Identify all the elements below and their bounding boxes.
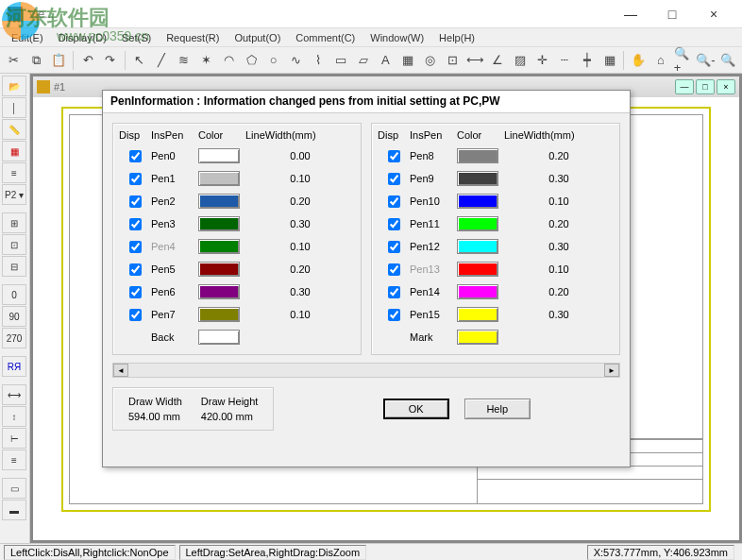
tool-zoomout-icon[interactable]: 🔍- bbox=[696, 50, 717, 71]
pen-disp-checkbox[interactable] bbox=[388, 263, 400, 276]
pen-color-swatch[interactable] bbox=[457, 262, 498, 277]
menu-edit[interactable]: Edit(E) bbox=[4, 30, 51, 45]
pen-color-swatch[interactable] bbox=[457, 216, 498, 231]
tool-b2-icon[interactable]: ▬ bbox=[2, 500, 26, 520]
pen-color-swatch[interactable] bbox=[198, 284, 240, 299]
pen-disp-checkbox[interactable] bbox=[388, 218, 400, 230]
help-button[interactable]: Help bbox=[464, 399, 531, 419]
tool-b1-icon[interactable]: ▭ bbox=[2, 478, 26, 499]
doc-minimize-button[interactable]: — bbox=[675, 79, 694, 94]
pen-disp-checkbox[interactable] bbox=[129, 286, 142, 298]
menu-output[interactable]: Output(O) bbox=[227, 30, 288, 45]
pen-disp-checkbox[interactable] bbox=[129, 173, 142, 185]
tool-target-icon[interactable]: ◎ bbox=[420, 50, 441, 71]
tool-dim3-icon[interactable]: ⊢ bbox=[2, 428, 26, 449]
pen-color-swatch[interactable] bbox=[198, 148, 240, 163]
ok-button[interactable]: OK bbox=[383, 399, 449, 419]
rotate-0[interactable]: 0 bbox=[2, 284, 26, 305]
tool-rect-icon[interactable]: ▭ bbox=[330, 50, 351, 71]
pen-disp-checkbox[interactable] bbox=[129, 218, 142, 230]
scroll-left-icon[interactable]: ◄ bbox=[113, 364, 128, 377]
tool-curve-icon[interactable]: ∿ bbox=[286, 50, 307, 71]
tool-text-icon[interactable]: A bbox=[375, 50, 396, 71]
tool-angle-icon[interactable]: ∠ bbox=[487, 50, 508, 71]
pen-color-swatch[interactable] bbox=[457, 194, 498, 209]
pen-color-swatch[interactable] bbox=[457, 284, 498, 299]
minimize-button[interactable]: — bbox=[610, 1, 651, 27]
close-button[interactable]: × bbox=[693, 1, 734, 27]
tool-snap1-icon[interactable]: ⊞ bbox=[2, 212, 26, 233]
tool-hand-icon[interactable]: ✋ bbox=[628, 50, 649, 71]
menu-comment[interactable]: Comment(C) bbox=[288, 30, 363, 45]
tool-parallel-icon[interactable]: ▱ bbox=[353, 50, 374, 71]
mirror-button[interactable]: RЯ bbox=[2, 356, 26, 377]
tool-star-icon[interactable]: ✶ bbox=[196, 50, 217, 71]
maximize-button[interactable]: □ bbox=[651, 1, 693, 27]
pen-color-swatch[interactable] bbox=[198, 216, 240, 231]
menu-request[interactable]: Request(R) bbox=[159, 30, 227, 45]
tool-pointer-icon[interactable]: ↖ bbox=[129, 50, 150, 71]
tool-hatch-icon[interactable]: ▨ bbox=[510, 50, 531, 71]
tool-copy-icon[interactable]: ⧉ bbox=[26, 50, 47, 71]
tool-zoomfit-icon[interactable]: ⌂ bbox=[650, 50, 671, 71]
rotate-270[interactable]: 270 bbox=[2, 328, 26, 348]
tool-polyline-icon[interactable]: ≋ bbox=[174, 50, 194, 71]
tool-zigzag-icon[interactable]: ⌇ bbox=[308, 50, 329, 71]
pen-color-swatch[interactable] bbox=[457, 239, 498, 254]
pen-color-swatch[interactable] bbox=[457, 307, 498, 322]
mark-swatch[interactable] bbox=[457, 330, 498, 345]
pen-disp-checkbox[interactable] bbox=[129, 150, 142, 162]
p2-selector[interactable]: P2 ▾ bbox=[2, 184, 26, 205]
pen-disp-checkbox[interactable] bbox=[388, 241, 400, 253]
rotate-90[interactable]: 90 bbox=[2, 306, 26, 327]
tool-undo-icon[interactable]: ↶ bbox=[77, 50, 98, 71]
tool-zoom-icon[interactable]: 🔍 bbox=[718, 50, 739, 71]
tool-vline-icon[interactable]: │ bbox=[2, 97, 26, 118]
back-swatch[interactable] bbox=[198, 330, 240, 345]
pen-disp-checkbox[interactable] bbox=[129, 309, 142, 321]
pen-color-swatch[interactable] bbox=[457, 148, 498, 163]
pen-disp-checkbox[interactable] bbox=[129, 195, 142, 208]
doc-maximize-button[interactable]: □ bbox=[696, 79, 715, 94]
tool-dim2-icon[interactable]: ↕ bbox=[2, 406, 26, 427]
tool-dim-icon[interactable]: ⟷ bbox=[464, 50, 485, 71]
doc-close-button[interactable]: × bbox=[717, 79, 735, 94]
tool-palette-icon[interactable]: ▦ bbox=[2, 141, 26, 161]
tool-measure-icon[interactable]: 📏 bbox=[2, 119, 26, 140]
pen-disp-checkbox[interactable] bbox=[388, 309, 400, 321]
pen-color-swatch[interactable] bbox=[198, 171, 240, 186]
pen-color-swatch[interactable] bbox=[457, 171, 498, 186]
open-icon[interactable]: 📂 bbox=[2, 76, 26, 96]
tool-polygon-icon[interactable]: ⬠ bbox=[241, 50, 261, 71]
tool-grid-icon[interactable]: ▦ bbox=[599, 50, 620, 71]
tool-clip-icon[interactable]: ⊡ bbox=[443, 50, 464, 71]
pen-color-swatch[interactable] bbox=[198, 262, 240, 277]
tool-axis-icon[interactable]: ┿ bbox=[577, 50, 598, 71]
tool-layer-icon[interactable]: ≡ bbox=[2, 162, 26, 183]
tool-dim1-icon[interactable]: ⟷ bbox=[2, 384, 26, 405]
scroll-right-icon[interactable]: ► bbox=[604, 364, 619, 377]
pen-disp-checkbox[interactable] bbox=[388, 286, 400, 298]
tool-fill-icon[interactable]: ▦ bbox=[397, 50, 418, 71]
pen-disp-checkbox[interactable] bbox=[388, 150, 400, 162]
menu-window[interactable]: Window(W) bbox=[363, 30, 431, 45]
pen-disp-checkbox[interactable] bbox=[129, 241, 142, 253]
tool-paste-icon[interactable]: 📋 bbox=[48, 50, 69, 71]
tool-line-icon[interactable]: ╱ bbox=[151, 50, 172, 71]
tool-center-icon[interactable]: ✛ bbox=[532, 50, 553, 71]
menu-set[interactable]: Set(S) bbox=[114, 30, 159, 45]
tool-arc-icon[interactable]: ◠ bbox=[218, 50, 239, 71]
tool-snap3-icon[interactable]: ⊟ bbox=[2, 256, 26, 277]
tool-circle-icon[interactable]: ○ bbox=[263, 50, 284, 71]
tool-redo-icon[interactable]: ↷ bbox=[100, 50, 121, 71]
pen-disp-checkbox[interactable] bbox=[388, 195, 400, 208]
pen-disp-checkbox[interactable] bbox=[129, 263, 142, 276]
menu-display[interactable]: Display(D) bbox=[51, 30, 114, 45]
pen-color-swatch[interactable] bbox=[198, 307, 240, 322]
pen-color-swatch[interactable] bbox=[198, 239, 240, 254]
tool-snap2-icon[interactable]: ⊡ bbox=[2, 234, 26, 255]
tool-zoomin-icon[interactable]: 🔍+ bbox=[673, 50, 694, 71]
menu-help[interactable]: Help(H) bbox=[431, 30, 482, 45]
pen-color-swatch[interactable] bbox=[198, 194, 240, 209]
tool-dash-icon[interactable]: ┄ bbox=[554, 50, 575, 71]
